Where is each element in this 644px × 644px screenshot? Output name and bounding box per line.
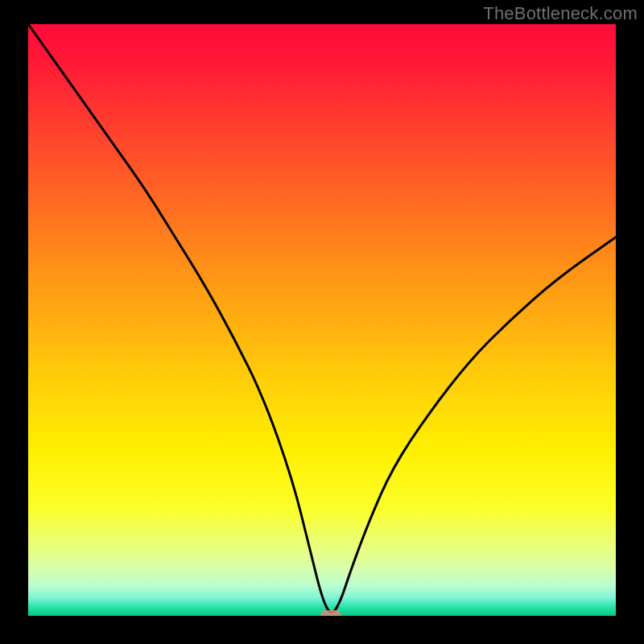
chart-frame: TheBottleneck.com [0,0,644,644]
watermark-text: TheBottleneck.com [483,3,638,24]
plot-area [28,24,616,616]
minimum-marker [320,610,341,616]
bottleneck-curve [28,24,616,616]
